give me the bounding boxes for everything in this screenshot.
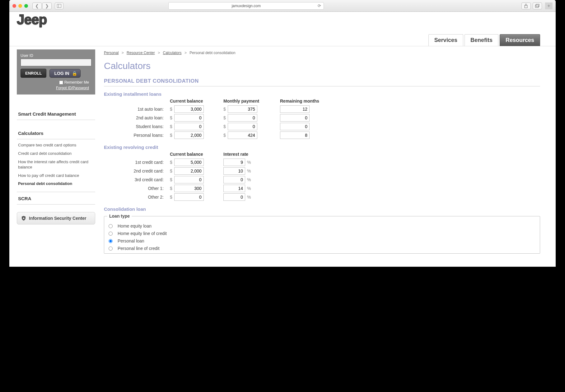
breadcrumb: Personal > Resource Center > Calculators… xyxy=(104,49,540,61)
rev-0-rate[interactable] xyxy=(223,159,245,166)
browser-chrome: ❮ ❯ jamuxdesign.com ⟳ + xyxy=(9,0,556,12)
inst-0-remaining[interactable] xyxy=(280,105,310,113)
svg-rect-0 xyxy=(57,4,61,7)
isc-button[interactable]: Information Security Center xyxy=(17,212,95,224)
shield-icon xyxy=(21,215,26,221)
dollar-icon: $ xyxy=(223,107,226,112)
rev-1-balance[interactable] xyxy=(174,167,204,175)
reload-icon[interactable]: ⟳ xyxy=(318,3,321,8)
dollar-icon: $ xyxy=(170,168,172,173)
inst-2-remaining[interactable] xyxy=(280,123,310,130)
svg-rect-4 xyxy=(535,5,538,7)
svg-rect-5 xyxy=(536,4,539,7)
sidebar-link-compare[interactable]: Compare two credit card options xyxy=(18,141,94,150)
loan-type-fieldset: Loan type Home equity loan Home equity l… xyxy=(104,214,540,254)
close-window-icon[interactable] xyxy=(12,4,16,8)
dollar-icon: $ xyxy=(170,160,172,165)
rev-4-rate[interactable] xyxy=(223,193,245,201)
sidebar-link-cc-debt[interactable]: Credit card debt consolidation xyxy=(18,150,94,158)
dollar-icon: $ xyxy=(170,177,172,182)
window-controls xyxy=(12,4,28,8)
remember-me-checkbox[interactable] xyxy=(59,81,63,85)
percent-icon: % xyxy=(247,186,251,191)
inst-1-remaining[interactable] xyxy=(280,114,310,122)
inst-2-balance[interactable] xyxy=(174,123,204,130)
inst-0-balance[interactable] xyxy=(174,105,204,113)
url-text: jamuxdesign.com xyxy=(232,4,261,8)
rev-3-rate[interactable] xyxy=(223,185,245,192)
dollar-icon: $ xyxy=(170,133,172,138)
radio-label: Personal loan xyxy=(118,238,144,243)
row-label: 1st auto loan: xyxy=(104,107,166,112)
maximize-window-icon[interactable] xyxy=(24,4,28,8)
dollar-icon: $ xyxy=(223,133,226,138)
percent-icon: % xyxy=(247,160,251,165)
inst-1-balance[interactable] xyxy=(174,114,204,122)
row-label: 1st credit card: xyxy=(104,160,166,165)
radio-personal-loc[interactable] xyxy=(109,247,113,251)
row-label: Other 2: xyxy=(104,195,166,200)
tab-services[interactable]: Services xyxy=(428,34,463,46)
dollar-icon: $ xyxy=(170,124,172,129)
rev-2-balance[interactable] xyxy=(174,176,204,183)
installment-title: Existing installment loans xyxy=(104,91,540,97)
forgot-link[interactable]: Forgot ID/Password xyxy=(21,86,91,90)
sidebar-link-personal-debt[interactable]: Personal debt consolidation xyxy=(18,180,94,188)
tab-resources[interactable]: Resources xyxy=(500,34,540,46)
col-rate: Interest rate xyxy=(223,152,261,157)
main-content: Personal > Resource Center > Calculators… xyxy=(104,49,540,254)
rev-0-balance[interactable] xyxy=(174,159,204,166)
percent-icon: % xyxy=(247,195,251,200)
radio-label: Personal line of credit xyxy=(118,246,160,251)
tabs-button[interactable] xyxy=(533,2,542,9)
breadcrumb-calculators[interactable]: Calculators xyxy=(163,51,182,55)
sidebar-calculators-title[interactable]: Calculators xyxy=(17,126,95,139)
percent-icon: % xyxy=(247,177,251,182)
rev-4-balance[interactable] xyxy=(174,193,204,201)
rev-3-balance[interactable] xyxy=(174,185,204,192)
inst-0-monthly[interactable] xyxy=(228,105,257,113)
inst-1-monthly[interactable] xyxy=(228,114,257,122)
breadcrumb-personal[interactable]: Personal xyxy=(104,51,119,55)
breadcrumb-resource-center[interactable]: Resource Center xyxy=(127,51,155,55)
section-heading: PERSONAL DEBT CONSOLIDATION xyxy=(104,78,540,86)
enroll-button[interactable]: ENROLL xyxy=(21,69,46,78)
inst-3-balance[interactable] xyxy=(174,131,204,139)
inst-3-remaining[interactable] xyxy=(280,131,310,139)
row-label: 2nd credit card: xyxy=(104,168,166,173)
radio-heloc[interactable] xyxy=(109,232,113,236)
page-title: Calculators xyxy=(104,61,540,71)
col-balance: Current balance xyxy=(170,99,220,104)
new-tab-button[interactable]: + xyxy=(545,2,553,9)
forward-button[interactable]: ❯ xyxy=(42,2,52,9)
share-button[interactable] xyxy=(521,2,531,9)
inst-2-monthly[interactable] xyxy=(228,123,257,130)
radio-home-equity-loan[interactable] xyxy=(109,224,113,228)
user-id-label: User ID xyxy=(21,53,33,58)
inst-3-monthly[interactable] xyxy=(228,131,257,139)
rev-1-rate[interactable] xyxy=(223,167,245,175)
dollar-icon: $ xyxy=(223,124,226,129)
login-button[interactable]: LOG IN 🔒 xyxy=(49,69,80,78)
revolving-grid: Current balance Interest rate 1st credit… xyxy=(104,152,540,201)
left-sidebar: User ID ENROLL LOG IN 🔒 Remember Me Forg… xyxy=(17,49,95,254)
back-button[interactable]: ❮ xyxy=(32,2,42,9)
sidebar-smart-credit[interactable]: Smart Credit Management xyxy=(17,107,95,120)
sidebar-scra[interactable]: SCRA xyxy=(17,192,95,205)
top-nav-tabs: Services Benefits Resources xyxy=(9,34,556,46)
minimize-window-icon[interactable] xyxy=(18,4,22,8)
consolidation-title: Consolidation loan xyxy=(104,206,540,212)
sidebar-link-payoff[interactable]: How to pay off credit card balance xyxy=(18,172,94,180)
rev-2-rate[interactable] xyxy=(223,176,245,183)
radio-personal-loan[interactable] xyxy=(109,239,113,243)
user-id-input[interactable] xyxy=(21,59,91,66)
show-sidebar-button[interactable] xyxy=(55,2,63,9)
loan-type-legend: Loan type xyxy=(107,214,132,219)
col-remaining: Remaining months xyxy=(280,99,333,104)
row-label: Personal loans: xyxy=(104,133,166,138)
tab-benefits[interactable]: Benefits xyxy=(465,34,498,46)
radio-label: Home equity loan xyxy=(118,224,152,228)
remember-me-label: Remember Me xyxy=(64,80,89,85)
sidebar-link-interest-rate[interactable]: How the interest rate affects credit car… xyxy=(18,158,94,172)
address-bar[interactable]: jamuxdesign.com ⟳ xyxy=(168,2,324,10)
